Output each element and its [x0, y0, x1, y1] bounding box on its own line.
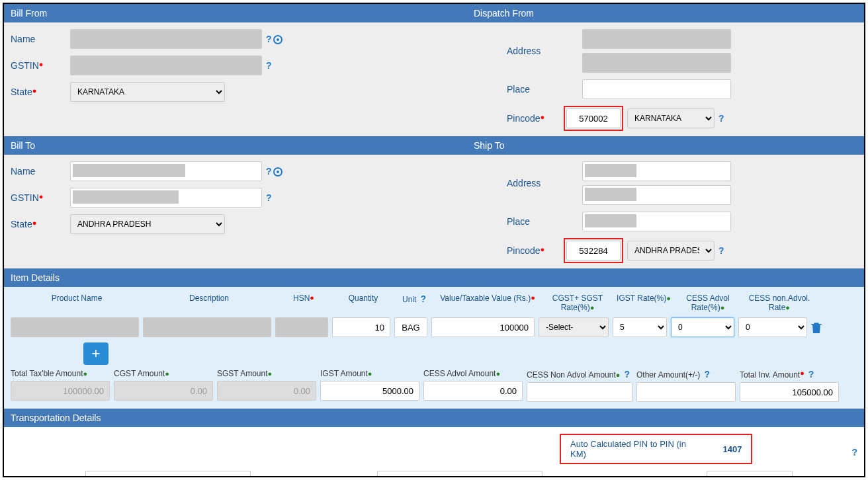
transporter-id-input[interactable] — [377, 471, 542, 477]
gstin-label: GSTIN● — [11, 60, 70, 71]
help-icon[interactable]: ? — [718, 113, 724, 124]
help-icon[interactable]: ? — [851, 447, 857, 458]
svg-point-1 — [277, 38, 279, 41]
cess-nonadvol-amount-input[interactable] — [527, 382, 632, 402]
total-taxable-label: Total Tax'ble Amount● — [11, 369, 110, 378]
bill-to-header: Bill To Ship To — [4, 136, 864, 155]
col-igst: IGST Rate(%)● — [614, 294, 673, 312]
cess-advol-amount-input[interactable] — [423, 381, 523, 401]
ship-pincode-input[interactable] — [566, 241, 621, 260]
total-inv-amount-input[interactable] — [740, 382, 839, 402]
col-cessnonadvol: CESS non.Advol. Rate● — [742, 294, 816, 312]
col-value: Value/Taxable Value (Rs.)● — [434, 294, 541, 312]
sgst-amount-label: SGST Amount● — [217, 369, 316, 378]
other-amount-label: Other Amount(+/-)? — [636, 369, 736, 380]
help-icon[interactable]: ? — [420, 294, 426, 304]
help-icon[interactable]: ? — [808, 369, 814, 380]
item-cgstsgst-select[interactable]: -Select- — [539, 317, 609, 337]
help-icon[interactable]: ? — [797, 475, 803, 477]
help-icon[interactable]: ? — [546, 475, 552, 477]
help-icon[interactable]: ? — [624, 369, 630, 380]
bill-to-title: Bill To — [11, 140, 394, 151]
auto-calc-label: Auto Calculated PIN to PIN (in KM) — [570, 439, 703, 459]
ship-to-title: Ship To — [394, 140, 857, 151]
item-details-header: Item Details — [4, 268, 864, 287]
state-label: State● — [11, 219, 70, 229]
help-icon[interactable]: ? — [266, 192, 272, 203]
place-label: Place — [507, 216, 566, 227]
item-igst-select[interactable]: 5 — [613, 317, 667, 337]
help-icon[interactable] — [273, 34, 282, 44]
place-label: Place — [507, 84, 566, 95]
item-unit-input[interactable] — [394, 317, 427, 337]
item-product-input[interactable] — [11, 317, 139, 337]
dispatch-pincode-input[interactable] — [566, 108, 621, 128]
name-label: Name — [11, 34, 70, 44]
bill-from-gstin-input[interactable] — [70, 56, 262, 75]
item-hsn-input[interactable] — [275, 317, 328, 337]
transporter-name-input[interactable] — [85, 471, 251, 477]
approx-distance-label: Approximate Distance (in KM) — [579, 476, 693, 478]
help-icon[interactable]: ? — [704, 369, 710, 380]
svg-point-3 — [277, 171, 279, 173]
circle-dot-icon — [273, 167, 282, 177]
circle-dot-icon — [273, 35, 282, 44]
transport-header: Transportation Details — [4, 409, 864, 427]
item-value-input[interactable] — [431, 317, 535, 337]
pincode-label: Pincode● — [507, 113, 566, 124]
gstin-label: GSTIN● — [11, 192, 70, 203]
total-taxable-input — [11, 381, 110, 401]
delete-icon[interactable] — [811, 321, 822, 335]
bill-from-title: Bill From — [11, 8, 394, 19]
item-qty-input[interactable] — [332, 317, 390, 337]
col-unit: Unit? — [394, 294, 434, 312]
transport-title: Transportation Details — [11, 413, 101, 423]
item-cessadvol-select[interactable]: 0 — [671, 317, 734, 337]
col-qty: Quantity — [332, 294, 394, 312]
col-hsn: HSN● — [275, 294, 332, 312]
ship-state-select[interactable]: ANDHRA PRADES — [627, 241, 715, 260]
help-icon[interactable] — [273, 166, 282, 177]
name-label: Name — [11, 166, 70, 177]
dispatch-address2-input[interactable] — [582, 53, 731, 73]
bill-from-header: Bill From Dispatch From — [4, 4, 864, 22]
cgst-amount-label: CGST Amount● — [114, 369, 213, 378]
help-icon[interactable]: ? — [718, 245, 724, 256]
dispatch-place-input[interactable] — [582, 79, 731, 99]
cess-advol-amount-label: CESS Advol Amount● — [423, 369, 523, 378]
help-icon[interactable]: ? — [266, 166, 272, 177]
bill-to-state-select[interactable]: ANDHRA PRADESH — [70, 214, 225, 234]
total-inv-amount-label: Total Inv. Amount●? — [740, 369, 839, 380]
col-cgstsgst: CGST+ SGST Rate(%)● — [541, 294, 614, 312]
approx-distance-input[interactable] — [707, 471, 793, 477]
help-icon[interactable]: ? — [266, 60, 272, 71]
cgst-amount-input — [114, 381, 213, 401]
bill-from-state-select[interactable]: KARNATAKA — [70, 82, 225, 102]
sgst-amount-input — [217, 381, 316, 401]
transporter-name-label: Transporter Name — [11, 476, 80, 478]
address-label: Address — [507, 178, 566, 188]
state-label: State● — [11, 87, 70, 97]
item-details-title: Item Details — [11, 272, 60, 283]
igst-amount-input[interactable] — [320, 381, 419, 401]
dispatch-address1-input[interactable] — [582, 29, 731, 49]
bill-from-name-input[interactable] — [70, 29, 262, 49]
auto-calc-value: 1407 — [723, 444, 742, 454]
col-cessadvol: CESS Advol Rate(%)● — [673, 294, 742, 312]
help-icon[interactable]: ? — [266, 34, 272, 44]
pincode-label: Pincode● — [507, 245, 566, 256]
dispatch-from-title: Dispatch From — [394, 8, 857, 19]
transporter-id-label: Transporter ID — [317, 476, 372, 478]
auto-calc-box: Auto Calculated PIN to PIN (in KM) 1407 — [560, 434, 752, 464]
col-product: Product Name — [11, 294, 143, 312]
col-desc: Description — [143, 294, 275, 312]
address-label: Address — [507, 46, 566, 56]
item-cessnonadvol-select[interactable]: 0 — [738, 317, 807, 337]
item-desc-input[interactable] — [143, 317, 271, 337]
add-row-button[interactable]: + — [83, 342, 108, 365]
other-amount-input[interactable] — [636, 382, 736, 402]
cess-nonadvol-amount-label: CESS Non Advol Amount●? — [527, 369, 632, 380]
dispatch-state-select[interactable]: KARNATAKA — [627, 108, 715, 128]
igst-amount-label: IGST Amount● — [320, 369, 419, 378]
